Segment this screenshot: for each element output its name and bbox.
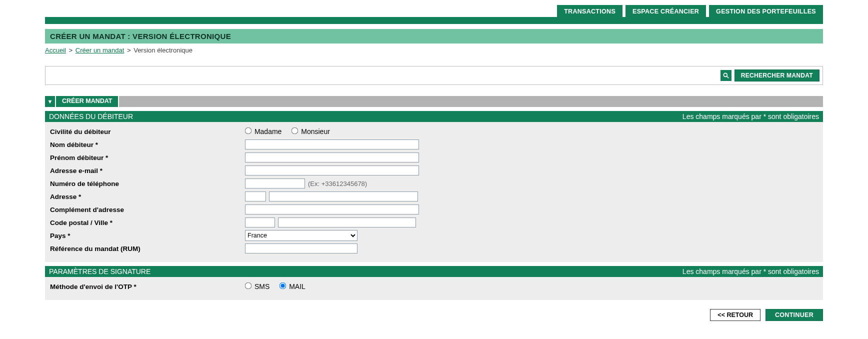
breadcrumb-home[interactable]: Accueil xyxy=(45,46,66,54)
breadcrumb-sep: > xyxy=(68,46,74,54)
input-adresse-num[interactable] xyxy=(245,192,266,202)
search-bar: RECHERCHER MANDAT xyxy=(45,66,823,85)
svg-point-0 xyxy=(724,73,727,76)
breadcrumb-current: Version électronique xyxy=(134,46,192,54)
input-email[interactable] xyxy=(245,166,419,176)
label-email: Adresse e-mail * xyxy=(50,167,245,174)
input-complement[interactable] xyxy=(245,204,419,214)
section-tab-spacer xyxy=(118,96,823,107)
input-rum[interactable] xyxy=(245,244,358,254)
radio-mail-wrap[interactable]: MAIL xyxy=(280,282,306,290)
label-pays: Pays * xyxy=(50,232,245,240)
radio-sms[interactable] xyxy=(245,282,252,290)
continue-button[interactable]: CONTINUER xyxy=(766,309,823,321)
label-otp: Méthode d'envoi de l'OTP * xyxy=(50,283,245,290)
section-tab-row: ▼ CRÉER MANDAT xyxy=(45,96,823,107)
section-body-debiteur: Civilité du débiteur Madame Monsieur Nom… xyxy=(45,122,823,262)
bottom-buttons: << RETOUR CONTINUER xyxy=(45,309,823,321)
tab-gestion-portefeuilles[interactable]: GESTION DES PORTEFEUILLES xyxy=(709,5,823,17)
section-body-signature: Méthode d'envoi de l'OTP * SMS MAIL xyxy=(45,277,823,300)
svg-line-1 xyxy=(727,76,729,78)
section-title: PARAMÈTRES DE SIGNATURE xyxy=(49,268,150,276)
label-nom: Nom débiteur * xyxy=(50,141,245,148)
label-telephone: Numéro de téléphone xyxy=(50,180,245,188)
label-cp-ville: Code postal / Ville * xyxy=(50,219,245,226)
label-prenom: Prénom débiteur * xyxy=(50,154,245,162)
hint-telephone: (Ex: +33612345678) xyxy=(308,180,367,188)
radio-mail[interactable] xyxy=(280,282,286,290)
section-header-debiteur: DONNÉES DU DÉBITEUR Les champs marqués p… xyxy=(45,111,823,122)
required-hint: Les champs marqués par * sont obligatoir… xyxy=(682,268,819,276)
breadcrumb-sep: > xyxy=(126,46,132,54)
input-nom[interactable] xyxy=(245,140,419,150)
back-button[interactable]: << RETOUR xyxy=(710,309,760,321)
label-rum: Référence du mandat (RUM) xyxy=(50,245,245,252)
select-pays[interactable]: France xyxy=(245,230,358,241)
breadcrumb: Accueil > Créer un mandat > Version élec… xyxy=(45,44,823,54)
page-title: CRÉER UN MANDAT : VERSION ÉLECTRONIQUE xyxy=(45,29,823,44)
radio-monsieur-label: Monsieur xyxy=(301,128,330,136)
radio-monsieur-wrap[interactable]: Monsieur xyxy=(292,128,330,136)
input-code-postal[interactable] xyxy=(245,218,275,228)
required-hint: Les champs marqués par * sont obligatoir… xyxy=(682,112,819,120)
top-tabs: TRANSACTIONS ESPACE CRÉANCIER GESTION DE… xyxy=(45,5,823,17)
section-title: DONNÉES DU DÉBITEUR xyxy=(49,112,133,120)
radio-mail-label: MAIL xyxy=(289,282,306,290)
search-icon[interactable] xyxy=(720,70,732,81)
radio-monsieur[interactable] xyxy=(292,128,298,134)
input-ville[interactable] xyxy=(278,218,416,228)
input-telephone[interactable] xyxy=(245,178,305,188)
radio-madame[interactable] xyxy=(245,128,252,134)
radio-sms-wrap[interactable]: SMS xyxy=(245,282,270,290)
radio-madame-label: Madame xyxy=(254,128,282,136)
breadcrumb-create-mandat[interactable]: Créer un mandat xyxy=(76,46,124,54)
dropdown-caret-icon[interactable]: ▼ xyxy=(45,96,55,107)
section-tab-creer-mandat[interactable]: CRÉER MANDAT xyxy=(55,96,118,107)
radio-madame-wrap[interactable]: Madame xyxy=(245,128,282,136)
label-adresse: Adresse * xyxy=(50,193,245,200)
label-civilite: Civilité du débiteur xyxy=(50,128,245,136)
input-adresse-rue[interactable] xyxy=(269,192,418,202)
section-header-signature: PARAMÈTRES DE SIGNATURE Les champs marqu… xyxy=(45,266,823,277)
input-prenom[interactable] xyxy=(245,152,419,162)
tab-espace-creancier[interactable]: ESPACE CRÉANCIER xyxy=(626,5,706,17)
label-complement: Complément d'adresse xyxy=(50,206,245,214)
tab-transactions[interactable]: TRANSACTIONS xyxy=(557,5,622,17)
tabs-underbar xyxy=(45,17,823,24)
search-button[interactable]: RECHERCHER MANDAT xyxy=(734,70,820,82)
radio-sms-label: SMS xyxy=(254,282,270,290)
